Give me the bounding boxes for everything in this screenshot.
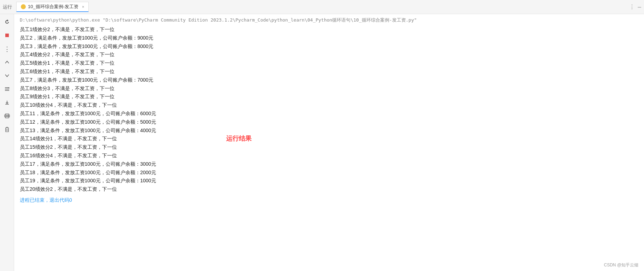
list-item: 员工17，满足条件，发放工资1000元，公司账户余额：3000元 [20, 160, 638, 169]
tab-bar-actions: ⋮ — [629, 4, 641, 10]
list-item: 员工13，满足条件，发放工资1000元，公司账户余额：4000元 [20, 126, 638, 135]
more-options-icon[interactable]: ⋮ [629, 4, 635, 10]
list-item: 员工16绩效分4，不满是，不发工资，下一位 [20, 152, 638, 160]
list-item: 员工1绩效分2，不满是，不发工资，下一位 [20, 25, 638, 34]
watermark: CSDN @知乎云烟 [604, 262, 638, 268]
list-item: 员工6绩效分1，不满是，不发工资，下一位 [20, 67, 638, 76]
process-exit-text: 进程已结束，退出代码0 [20, 197, 638, 204]
svg-rect-0 [5, 34, 9, 37]
main-area: ⋮ [0, 14, 644, 271]
toolbar: ⋮ [0, 14, 14, 271]
tab-title: 10_循环综合案例-发工资 [28, 4, 78, 10]
stop-button[interactable] [2, 30, 12, 40]
list-item: 员工4绩效分2，不满是，不发工资，下一位 [20, 51, 638, 59]
output-panel[interactable]: D:\software\python\python.exe "D:\softwa… [14, 14, 644, 271]
list-item: 员工7，满足条件，发放工资1000元，公司账户余额：7000元 [20, 76, 638, 84]
scroll-down-button[interactable] [2, 71, 12, 81]
list-item: 员工8绩效分3，不满是，不发工资，下一位 [20, 84, 638, 93]
tab-close-button[interactable]: × [82, 5, 84, 9]
list-item: 员工14绩效分1，不满是，不发工资，下一位 [20, 135, 638, 143]
trash-button[interactable] [2, 124, 12, 134]
list-item: 员工2，满足条件，发放工资1000元，公司账户余额：9000元 [20, 34, 638, 42]
print-button[interactable] [2, 111, 12, 121]
list-item: 员工10绩效分4，不满是，不发工资，下一位 [20, 101, 638, 110]
svg-point-8 [8, 116, 9, 116]
minimize-icon[interactable]: — [638, 4, 641, 10]
list-item: 员工15绩效分2，不满是，不发工资，下一位 [20, 143, 638, 152]
run-label: 运行 [3, 4, 12, 10]
list-item: 员工3，满足条件，发放工资1000元，公司账户余额：8000元 [20, 42, 638, 51]
more-actions-button[interactable]: ⋮ [2, 44, 12, 54]
download-button[interactable] [2, 98, 12, 107]
tab-item[interactable]: 10_循环综合案例-发工资 × [16, 2, 89, 12]
list-item: 员工9绩效分1，不满是，不发工资，下一位 [20, 93, 638, 101]
tab-python-icon [21, 4, 26, 9]
scroll-up-button[interactable] [2, 57, 12, 67]
rerun-button[interactable] [2, 17, 12, 27]
list-item: 员工12，满足条件，发放工资1000元，公司账户余额：5000元 [20, 118, 638, 126]
tab-bar: 运行 10_循环综合案例-发工资 × ⋮ — [0, 0, 644, 14]
list-item: 员工19，满足条件，发放工资1000元，公司账户余额：1000元 [20, 177, 638, 185]
command-line: D:\software\python\python.exe "D:\softwa… [20, 17, 638, 23]
list-item: 员工20绩效分2，不满是，不发工资，下一位 [20, 185, 638, 194]
run-result-label: 运行结果 [226, 134, 252, 143]
sort-button[interactable] [2, 84, 12, 94]
list-item: 员工18，满足条件，发放工资1000元，公司账户余额：2000元 [20, 169, 638, 177]
list-item: 员工11，满足条件，发放工资1000元，公司账户余额：6000元 [20, 110, 638, 118]
list-item: 员工5绩效分1，不满是，不发工资，下一位 [20, 59, 638, 67]
output-lines: 员工1绩效分2，不满是，不发工资，下一位员工2，满足条件，发放工资1000元，公… [20, 25, 638, 194]
